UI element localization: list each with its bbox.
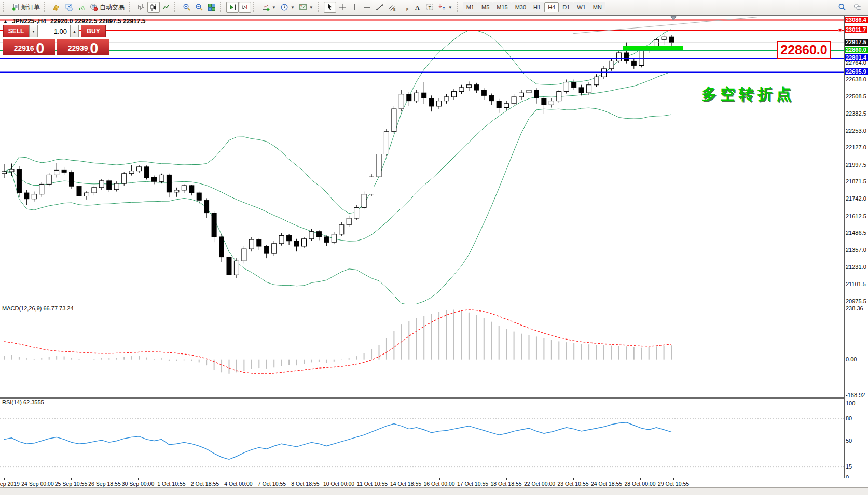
autotrade-button[interactable]: 自动交易 [88, 2, 127, 13]
toolbar-group-grip[interactable] [318, 2, 322, 12]
toolbar-group-grip[interactable] [253, 2, 258, 12]
toolbar-group-grip[interactable] [44, 2, 49, 12]
main-price-chart[interactable] [0, 16, 844, 304]
add-indicator-icon [261, 3, 270, 11]
tile-windows-button[interactable] [205, 2, 218, 13]
price-axis-label: 22127.0 [846, 144, 866, 150]
price-axis-label: 21997.5 [846, 162, 866, 168]
price-annotation-box[interactable]: 22860.0 [777, 41, 831, 59]
template-dropdown-arrow[interactable]: ▼ [309, 5, 313, 10]
text-icon: A [413, 3, 421, 11]
hline-button[interactable] [361, 2, 374, 13]
time-axis[interactable]: 20 Sep 201924 Sep 00:0025 Sep 10:5526 Se… [0, 478, 868, 487]
sell-price-pips: 0 [36, 41, 44, 55]
autotrade-label: 自动交易 [100, 3, 125, 12]
toolbar-group-grip[interactable] [174, 2, 179, 12]
toolbar-group-grip[interactable] [457, 2, 461, 12]
search-button[interactable] [836, 2, 848, 13]
bar-chart-button[interactable] [135, 2, 147, 13]
price-axis[interactable]: 22764.022638.022508.522382.522253.022127… [844, 16, 868, 478]
vline-icon [351, 3, 359, 11]
candles-button[interactable] [147, 2, 160, 13]
buy-price-display[interactable]: 22939.0 [57, 39, 109, 55]
add-indicator-dropdown-arrow[interactable]: ▼ [272, 5, 276, 10]
toolbar-group-grip[interactable] [129, 2, 133, 12]
text-button[interactable]: A [411, 2, 423, 13]
price-axis-label: 21871.5 [846, 178, 866, 185]
volume-decrease-button[interactable]: ▼ [29, 25, 38, 37]
arrows-dropdown-arrow[interactable]: ▼ [448, 5, 452, 10]
sell-price-main: 22916 [14, 41, 34, 55]
shift-end-button[interactable] [226, 2, 239, 13]
label-button[interactable]: T [423, 2, 436, 13]
autoscroll-icon [241, 3, 249, 11]
timeframe-m30-button[interactable]: M30 [512, 2, 530, 12]
sell-price-display[interactable]: 22916.0 [3, 39, 55, 55]
clock-button[interactable]: ▼ [278, 2, 297, 13]
time-axis-label: 29 Oct 10:55 [658, 480, 689, 487]
timeframe-d1-button[interactable]: D1 [559, 2, 573, 12]
terminal-window: 新订单自动交易▼▼▼EFAT▼M1M5M15M30H1H4D1W1MN 2276… [0, 0, 868, 495]
timeframe-m5-button[interactable]: M5 [478, 2, 493, 12]
crosshair-button[interactable] [336, 2, 349, 13]
volume-increase-button[interactable]: ▲ [70, 25, 79, 37]
chart-cloud-button[interactable] [63, 2, 75, 13]
volume-input[interactable] [38, 25, 70, 37]
timeframe-h4-button[interactable]: H4 [544, 2, 559, 12]
signal-button[interactable] [75, 2, 88, 13]
ohlc-values: 22920.0 22922.5 22897.5 22917.5 [50, 18, 146, 25]
price-axis-label: 22860.0 [845, 47, 868, 53]
highlighter-icon [52, 3, 61, 11]
svg-text:A: A [415, 4, 420, 11]
time-axis-label: 26 Sep 18:55 [88, 480, 120, 487]
panel-collapse-arrow[interactable]: ▲ [3, 19, 8, 24]
sell-button[interactable]: SELL [3, 25, 29, 37]
price-axis-label: 21612.5 [846, 213, 866, 219]
vline-button[interactable] [349, 2, 361, 13]
template-button[interactable]: ▼ [297, 2, 315, 13]
channel-button[interactable]: E [386, 2, 398, 13]
time-axis-label: 14 Oct 18:55 [390, 480, 421, 487]
search-icon [838, 3, 846, 11]
zoom-out-button[interactable] [193, 2, 205, 13]
add-indicator-button[interactable]: ▼ [259, 2, 278, 13]
price-axis-label: 0.00 [846, 356, 857, 362]
label-icon: T [425, 3, 434, 11]
time-axis-label: 25 Sep 10:55 [55, 480, 87, 487]
timeframe-m1-button[interactable]: M1 [463, 2, 478, 12]
clock-dropdown-arrow[interactable]: ▼ [291, 5, 295, 10]
time-axis-label: 20 Sep 2019 [0, 480, 20, 487]
time-axis-label: 30 Sep 00:00 [122, 480, 154, 487]
chat-button[interactable] [851, 2, 864, 13]
cursor-button[interactable] [324, 2, 336, 13]
price-axis-label: 22801.4 [845, 54, 868, 61]
arrows-button[interactable]: ▼ [436, 2, 454, 13]
rsi-pane[interactable] [0, 399, 844, 478]
pane-splitter-rsi[interactable] [0, 397, 868, 399]
macd-indicator-label: MACD(12,26,9) 66.77 73.24 [2, 305, 74, 312]
macd-pane[interactable] [0, 305, 844, 397]
price-axis-label: 23086.4 [845, 17, 868, 23]
timeframe-mn-button[interactable]: MN [589, 2, 605, 12]
price-axis-label: 22382.5 [846, 110, 866, 117]
chart-window[interactable]: 22764.022638.022508.522382.522253.022127… [0, 15, 868, 488]
timeframe-m15-button[interactable]: M15 [493, 2, 511, 12]
highlighter-button[interactable] [50, 2, 63, 13]
zoom-in-icon [183, 3, 191, 11]
toolbar-group-grip[interactable] [3, 2, 8, 12]
buy-button[interactable]: BUY [81, 25, 106, 37]
line-chart-button[interactable] [160, 2, 172, 13]
fibo-button[interactable]: F [398, 2, 411, 13]
trendline-button[interactable] [374, 2, 386, 13]
timeframe-w1-button[interactable]: W1 [573, 2, 589, 12]
chat-icon [853, 3, 862, 11]
trend-note-text[interactable]: 多空转折点 [701, 84, 795, 105]
zoom-in-button[interactable] [181, 2, 193, 13]
autoscroll-button[interactable] [239, 2, 251, 13]
new-order-icon [11, 3, 20, 11]
toolbar-group-grip[interactable] [220, 2, 225, 12]
new-order-button[interactable]: 新订单 [9, 2, 42, 13]
time-axis-label: 16 Oct 00:00 [423, 480, 454, 487]
timeframe-h1-button[interactable]: H1 [530, 2, 544, 12]
time-axis-label: 22 Oct 00:00 [524, 480, 555, 487]
